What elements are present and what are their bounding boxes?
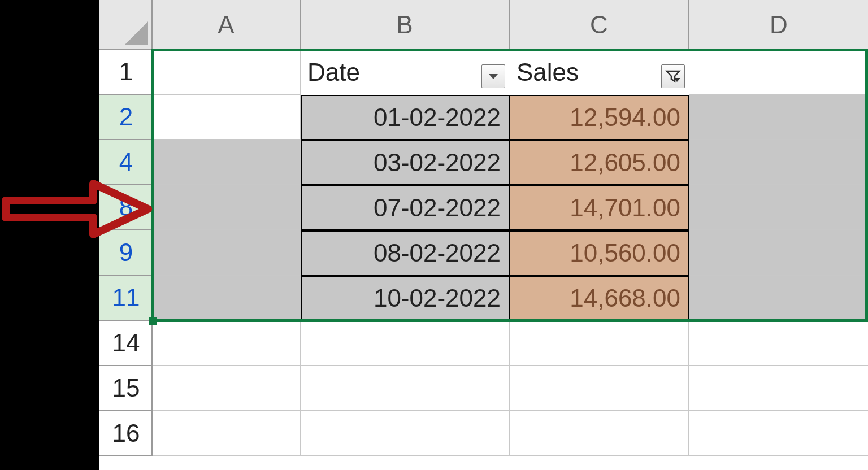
cell-D14[interactable] xyxy=(689,321,868,366)
cell-A2[interactable] xyxy=(153,95,301,140)
left-black-margin xyxy=(0,0,99,470)
row-number: 11 xyxy=(112,284,140,312)
svg-marker-1 xyxy=(489,74,498,79)
cell-value: 12,605.00 xyxy=(570,149,680,177)
row-header-11[interactable]: 11 xyxy=(99,276,153,321)
cell-D4[interactable] xyxy=(689,140,868,185)
cell-A8[interactable] xyxy=(153,185,301,230)
cell-A4[interactable] xyxy=(153,140,301,185)
chevron-down-icon xyxy=(487,69,500,83)
cell-value: 01-02-2022 xyxy=(374,103,501,132)
svg-marker-0 xyxy=(124,21,148,45)
cell-B9-date[interactable]: 08-02-2022 xyxy=(301,230,510,276)
cell-C9-sales[interactable]: 10,560.00 xyxy=(510,230,689,276)
row-header-15[interactable]: 15 xyxy=(99,366,153,411)
cell-B16[interactable] xyxy=(301,411,510,456)
row-number: 15 xyxy=(112,374,140,402)
cell-D2[interactable] xyxy=(689,95,868,140)
cell-value: 08-02-2022 xyxy=(374,239,501,267)
column-label: D xyxy=(770,11,788,39)
cell-D16[interactable] xyxy=(689,411,868,456)
cell-A16[interactable] xyxy=(153,411,301,456)
row-header-16[interactable]: 16 xyxy=(99,411,153,456)
column-header-B[interactable]: B xyxy=(301,0,510,50)
row-header-1[interactable]: 1 xyxy=(99,50,153,95)
row-number: 9 xyxy=(119,238,133,267)
cell-C4-sales[interactable]: 12,605.00 xyxy=(510,140,689,185)
filter-button-sales-active[interactable] xyxy=(661,64,685,88)
cell-value: 10-02-2022 xyxy=(374,284,501,312)
cell-A1[interactable] xyxy=(153,50,301,95)
funnel-filter-icon xyxy=(665,68,681,84)
header-text: Sales xyxy=(517,58,579,86)
column-header-D[interactable]: D xyxy=(689,0,868,50)
cell-D1[interactable] xyxy=(689,50,868,95)
column-label: A xyxy=(218,11,234,39)
cell-A14[interactable] xyxy=(153,321,301,366)
cell-B4-date[interactable]: 03-02-2022 xyxy=(301,140,510,185)
cell-C15[interactable] xyxy=(510,366,689,411)
cell-D8[interactable] xyxy=(689,185,868,230)
cell-value: 12,594.00 xyxy=(570,103,680,132)
spreadsheet-viewport: A B C D 1 2 4 8 9 11 14 15 16 Date Sales… xyxy=(0,0,868,470)
select-all-corner[interactable] xyxy=(99,0,153,50)
row-header-14[interactable]: 14 xyxy=(99,321,153,366)
cell-value: 14,701.00 xyxy=(570,194,680,222)
row-number: 8 xyxy=(119,193,133,221)
cell-value: 03-02-2022 xyxy=(374,149,501,177)
cell-value: 10,560.00 xyxy=(570,239,680,267)
cell-B11-date[interactable]: 10-02-2022 xyxy=(301,276,510,321)
cell-B8-date[interactable]: 07-02-2022 xyxy=(301,185,510,230)
cell-C2-sales[interactable]: 12,594.00 xyxy=(510,95,689,140)
column-header-A[interactable]: A xyxy=(153,0,301,50)
cell-C14[interactable] xyxy=(510,321,689,366)
row-header-9[interactable]: 9 xyxy=(99,230,153,276)
cell-A9[interactable] xyxy=(153,230,301,276)
row-header-4[interactable]: 4 xyxy=(99,140,153,185)
cell-D9[interactable] xyxy=(689,230,868,276)
cell-D15[interactable] xyxy=(689,366,868,411)
cell-B14[interactable] xyxy=(301,321,510,366)
filter-button-date[interactable] xyxy=(481,64,505,88)
row-number: 2 xyxy=(119,103,133,131)
row-number: 1 xyxy=(119,58,133,86)
table-left-border xyxy=(301,95,302,321)
cell-C16[interactable] xyxy=(510,411,689,456)
cell-B1-header[interactable]: Date xyxy=(301,50,510,95)
cell-C8-sales[interactable]: 14,701.00 xyxy=(510,185,689,230)
cell-B15[interactable] xyxy=(301,366,510,411)
column-label: B xyxy=(396,11,413,39)
column-header-C[interactable]: C xyxy=(510,0,689,50)
row-header-8[interactable]: 8 xyxy=(99,185,153,230)
row-number: 14 xyxy=(112,329,140,357)
column-label: C xyxy=(590,11,608,39)
cell-C11-sales[interactable]: 14,668.00 xyxy=(510,276,689,321)
cell-value: 07-02-2022 xyxy=(374,194,501,222)
row-number: 16 xyxy=(112,419,140,447)
cell-value: 14,668.00 xyxy=(570,284,680,312)
select-all-triangle-icon xyxy=(124,21,148,45)
row-number: 4 xyxy=(119,148,133,176)
cell-D11[interactable] xyxy=(689,276,868,321)
cell-A11[interactable] xyxy=(153,276,301,321)
header-text: Date xyxy=(307,58,360,86)
cell-A15[interactable] xyxy=(153,366,301,411)
row-header-2[interactable]: 2 xyxy=(99,95,153,140)
cell-B2-date[interactable]: 01-02-2022 xyxy=(301,95,510,140)
